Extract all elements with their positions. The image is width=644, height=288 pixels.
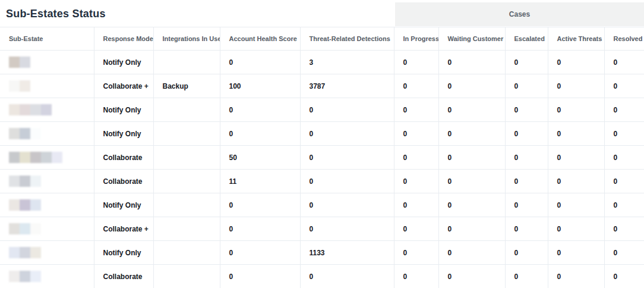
cell-integrations-in-use: Backup	[153, 74, 220, 98]
cell-escalated: 0	[505, 98, 548, 122]
cell-sub-estate	[0, 122, 94, 146]
cell-active-threats: 0	[548, 98, 604, 122]
cell-response-mode: Notify Only	[94, 51, 153, 74]
table-row[interactable]: Notify Only0000000	[0, 122, 644, 146]
cell-escalated: 0	[505, 217, 548, 241]
cell-waiting-customer: 0	[438, 265, 505, 288]
cell-sub-estate	[0, 193, 94, 217]
cell-threat-related-detections: 0	[300, 122, 394, 146]
cell-account-health-score: 0	[220, 98, 300, 122]
cell-active-threats: 0	[548, 170, 604, 193]
table-row[interactable]: Notify Only0000000	[0, 98, 644, 122]
cell-account-health-score: 0	[220, 122, 300, 146]
cell-sub-estate	[0, 51, 94, 74]
cell-waiting-customer: 0	[438, 122, 505, 146]
cell-response-mode: Notify Only	[94, 98, 153, 122]
cell-response-mode: Collaborate	[94, 170, 153, 193]
cell-threat-related-detections: 1133	[300, 241, 394, 265]
cell-waiting-customer: 0	[438, 241, 505, 265]
cell-integrations-in-use	[153, 51, 220, 74]
cell-in-progress: 0	[394, 146, 438, 170]
cell-account-health-score: 0	[220, 265, 300, 288]
cell-in-progress: 0	[394, 265, 438, 288]
cell-account-health-score: 0	[220, 241, 300, 265]
table-row[interactable]: Collaborate +0000000	[0, 217, 644, 241]
table-row[interactable]: Collaborate50000000	[0, 146, 644, 170]
cell-waiting-customer: 0	[438, 170, 505, 193]
redacted-sub-estate-name	[9, 223, 90, 234]
cell-escalated: 0	[505, 122, 548, 146]
table-row[interactable]: Notify Only0300000	[0, 51, 644, 74]
column-header-integrations-in-use: Integrations In Use	[153, 27, 220, 51]
column-header-escalated: Escalated	[505, 27, 548, 51]
redacted-sub-estate-name	[9, 104, 90, 115]
cell-escalated: 0	[505, 74, 548, 98]
cell-waiting-customer: 0	[438, 146, 505, 170]
column-header-active-threats: Active Threats	[548, 27, 604, 51]
cell-account-health-score: 0	[220, 193, 300, 217]
column-header-in-progress: In Progress	[394, 27, 438, 51]
cell-resolved: 0	[604, 51, 644, 74]
cell-threat-related-detections: 0	[300, 170, 394, 193]
redacted-sub-estate-name	[9, 152, 90, 163]
cell-response-mode: Collaborate +	[94, 74, 153, 98]
cell-active-threats: 0	[548, 217, 604, 241]
cell-resolved: 0	[604, 170, 644, 193]
cell-response-mode: Collaborate	[94, 265, 153, 288]
cell-escalated: 0	[505, 241, 548, 265]
column-header-account-health-score: Account Health Score	[220, 27, 300, 51]
cell-account-health-score: 0	[220, 217, 300, 241]
cell-in-progress: 0	[394, 98, 438, 122]
cell-sub-estate	[0, 217, 94, 241]
redacted-sub-estate-name	[9, 247, 90, 258]
cell-resolved: 0	[604, 265, 644, 288]
cell-account-health-score: 50	[220, 146, 300, 170]
cell-waiting-customer: 0	[438, 98, 505, 122]
cell-sub-estate	[0, 146, 94, 170]
column-header-response-mode: Response Mode	[94, 27, 153, 51]
cell-threat-related-detections: 3787	[300, 74, 394, 98]
cell-in-progress: 0	[394, 74, 438, 98]
redacted-sub-estate-name	[9, 128, 90, 139]
cell-threat-related-detections: 0	[300, 265, 394, 288]
cell-sub-estate	[0, 241, 94, 265]
cell-active-threats: 0	[548, 241, 604, 265]
cell-integrations-in-use	[153, 170, 220, 193]
redacted-sub-estate-name	[9, 271, 90, 282]
column-header-threat-related-detections: Threat-Related Detections	[300, 27, 394, 51]
cell-account-health-score: 11	[220, 170, 300, 193]
redacted-sub-estate-name	[9, 80, 90, 92]
cell-active-threats: 0	[548, 51, 604, 74]
table-row[interactable]: Notify Only0113300000	[0, 241, 644, 265]
cell-resolved: 0	[604, 193, 644, 217]
cell-resolved: 0	[604, 146, 644, 170]
cell-active-threats: 0	[548, 146, 604, 170]
table-row[interactable]: Collaborate +Backup100378700000	[0, 74, 644, 98]
cell-sub-estate	[0, 74, 94, 98]
table-row[interactable]: Collaborate11000000	[0, 170, 644, 193]
cell-sub-estate	[0, 265, 94, 288]
cell-integrations-in-use	[153, 265, 220, 288]
table-row[interactable]: Collaborate0000000	[0, 265, 644, 288]
cell-threat-related-detections: 0	[300, 98, 394, 122]
cases-column-group-header: Cases	[395, 2, 644, 26]
cell-integrations-in-use	[153, 217, 220, 241]
cell-resolved: 0	[604, 241, 644, 265]
cell-resolved: 0	[604, 98, 644, 122]
cell-integrations-in-use	[153, 122, 220, 146]
column-header-sub-estate: Sub-Estate	[0, 27, 94, 51]
cell-in-progress: 0	[394, 170, 438, 193]
cell-active-threats: 0	[548, 193, 604, 217]
cell-waiting-customer: 0	[438, 193, 505, 217]
cell-active-threats: 0	[548, 265, 604, 288]
redacted-sub-estate-name	[9, 199, 90, 211]
cell-integrations-in-use	[153, 98, 220, 122]
cell-waiting-customer: 0	[438, 217, 505, 241]
cell-sub-estate	[0, 98, 94, 122]
cell-in-progress: 0	[394, 193, 438, 217]
cell-integrations-in-use	[153, 146, 220, 170]
table-row[interactable]: Notify Only0000000	[0, 193, 644, 217]
cell-in-progress: 0	[394, 217, 438, 241]
cell-escalated: 0	[505, 146, 548, 170]
cell-escalated: 0	[505, 193, 548, 217]
